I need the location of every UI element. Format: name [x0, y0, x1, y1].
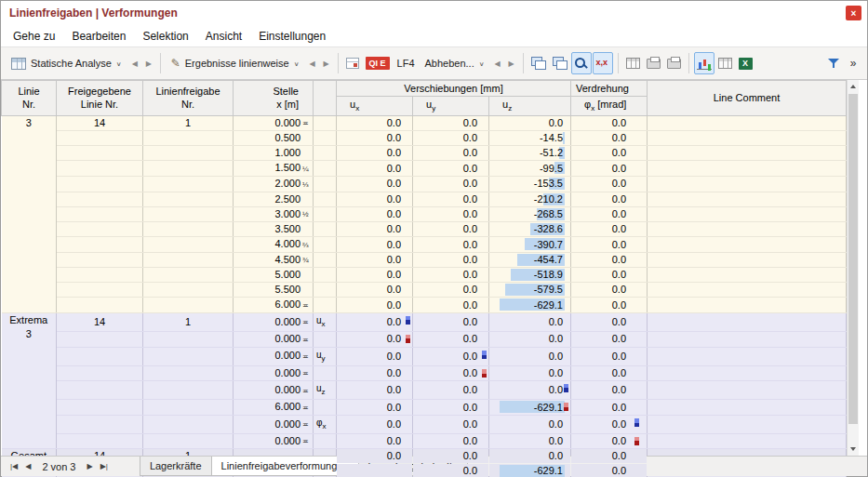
nav-last-button[interactable]: ▶|: [97, 462, 112, 470]
cell-line-comment[interactable]: [648, 252, 847, 268]
cell-ux[interactable]: 0.0: [337, 415, 413, 433]
cell-linienfreigabe[interactable]: [143, 237, 234, 253]
cell-ux[interactable]: 0.0: [337, 433, 413, 449]
cell-freigegebene-linie[interactable]: [57, 161, 143, 177]
cell-uy[interactable]: 0.0: [413, 237, 489, 253]
cell-uy[interactable]: 0.0: [413, 222, 489, 237]
menu-item-bearbeiten[interactable]: Bearbeiten: [63, 28, 134, 45]
cell-freigegebene-linie[interactable]: [57, 237, 143, 253]
cell-line-comment[interactable]: [648, 161, 847, 177]
cell-uy[interactable]: 0.0: [413, 115, 489, 131]
cell-stelle-x[interactable]: 0.000≖: [234, 347, 314, 365]
toolbar-overflow-button[interactable]: »: [844, 52, 862, 74]
cell-freigegebene-linie[interactable]: [57, 298, 143, 313]
results-next-button[interactable]: ▶: [320, 52, 333, 74]
cell-linienfreigabe[interactable]: [143, 177, 234, 192]
cell-uz[interactable]: -579.5: [489, 283, 571, 298]
menu-item-einstellungen[interactable]: Einstellungen: [250, 28, 334, 45]
loadcase-dropdown[interactable]: Abheben... ∨: [420, 55, 490, 72]
cell-stelle-x[interactable]: 4.500¾: [234, 252, 314, 268]
grid-view-button[interactable]: [715, 52, 735, 74]
cell-phix[interactable]: 0.0: [571, 433, 648, 449]
loadcase-next-button[interactable]: ▶: [505, 52, 518, 74]
cell-phix[interactable]: 0.0: [571, 400, 648, 416]
cell-stelle-x[interactable]: 0.000≖: [234, 365, 314, 381]
cell-stelle-x[interactable]: 5.000: [234, 268, 314, 283]
cell-freigegebene-linie[interactable]: [57, 365, 143, 381]
cell-line-comment[interactable]: [648, 268, 847, 283]
results-mode-dropdown[interactable]: ✎ Ergebnisse linienweise ∨: [166, 54, 305, 73]
cell-uz[interactable]: 0.0: [489, 381, 571, 400]
nav-prev-button[interactable]: ◀: [21, 462, 34, 470]
cell-ux[interactable]: 0.0: [337, 400, 413, 416]
cell-linienfreigabe[interactable]: [143, 146, 234, 161]
cell-line-comment[interactable]: [648, 332, 847, 348]
cell-linienfreigabe[interactable]: [143, 381, 234, 400]
group-label-cell[interactable]: 3: [2, 115, 57, 312]
cell-uz[interactable]: 0.0: [489, 347, 571, 365]
cell-stelle-x[interactable]: 6.000≖: [234, 298, 314, 313]
cell-line-comment[interactable]: [648, 146, 847, 161]
cell-line-comment[interactable]: [648, 381, 847, 400]
cell-phix[interactable]: 0.0: [571, 222, 648, 237]
cell-uz[interactable]: -268.5: [489, 206, 571, 222]
cell-uy[interactable]: 0.0: [413, 192, 489, 206]
cell-uz[interactable]: 0.0: [489, 115, 571, 131]
cell-uy[interactable]: 0.0: [413, 252, 489, 268]
cell-phix[interactable]: 0.0: [571, 177, 648, 192]
cell-linienfreigabe[interactable]: [143, 332, 234, 348]
cell-phix[interactable]: 0.0: [571, 449, 648, 464]
menu-item-gehe-zu[interactable]: Gehe zu: [5, 28, 63, 45]
cell-phix[interactable]: 0.0: [571, 332, 648, 348]
cell-freigegebene-linie[interactable]: [57, 433, 143, 449]
cell-ux[interactable]: [337, 464, 413, 477]
cell-freigegebene-linie[interactable]: [57, 283, 143, 298]
scroll-down-button[interactable]: [848, 443, 859, 456]
cell-uy[interactable]: 0.0: [413, 298, 489, 313]
cell-linienfreigabe[interactable]: 1: [143, 115, 234, 131]
cell-linienfreigabe[interactable]: [143, 400, 234, 416]
cell-uy[interactable]: 0.0: [413, 400, 489, 416]
cell-uz[interactable]: -153.5: [489, 177, 571, 192]
cell-freigegebene-linie[interactable]: [57, 347, 143, 365]
cell-uy[interactable]: 0.0: [413, 449, 489, 464]
cell-ux[interactable]: 0.0: [337, 146, 413, 161]
cell-phix[interactable]: 0.0: [571, 298, 648, 313]
cell-ux[interactable]: 0.0: [337, 161, 413, 177]
cell-uy[interactable]: 0.0: [413, 332, 489, 348]
cell-uy[interactable]: 0.0: [413, 206, 489, 222]
cell-stelle-x[interactable]: 0.000≖: [234, 332, 314, 348]
cell-linienfreigabe[interactable]: [143, 298, 234, 313]
cell-uy[interactable]: 0.0: [413, 131, 489, 146]
cell-line-comment[interactable]: [648, 433, 847, 449]
cell-line-comment[interactable]: [648, 206, 847, 222]
cell-stelle-x[interactable]: 0.000≖: [234, 415, 314, 433]
relation-diagram-button[interactable]: [550, 52, 570, 74]
cell-phix[interactable]: 0.0: [571, 161, 648, 177]
analysis-next-button[interactable]: ▶: [142, 52, 155, 74]
cell-uz[interactable]: 0.0: [489, 449, 571, 464]
cell-stelle-x[interactable]: 2.000⅓: [234, 177, 314, 192]
cell-freigegebene-linie[interactable]: [57, 146, 143, 161]
cell-stelle-x[interactable]: 0.000≖: [234, 433, 314, 449]
cell-uy[interactable]: 0.0: [413, 161, 489, 177]
cell-ux[interactable]: 0.0: [337, 177, 413, 192]
cell-uz[interactable]: -518.9: [489, 268, 571, 283]
cell-uz[interactable]: 0.0: [489, 433, 571, 449]
cell-stelle-x[interactable]: 0.000≖: [234, 313, 314, 332]
cell-freigegebene-linie[interactable]: [57, 192, 143, 206]
cell-line-comment[interactable]: [648, 298, 847, 313]
cell-linienfreigabe[interactable]: 1: [143, 313, 234, 332]
cell-line-comment[interactable]: [648, 415, 847, 433]
cell-stelle-x[interactable]: 1.000: [234, 146, 314, 161]
nav-next-button[interactable]: ▶: [83, 462, 96, 470]
cell-phix[interactable]: 0.0: [571, 146, 648, 161]
cell-linienfreigabe[interactable]: [143, 222, 234, 237]
cell-uz[interactable]: 0.0: [489, 365, 571, 381]
cell-uy[interactable]: 0.0: [413, 433, 489, 449]
cell-uz[interactable]: -51.2: [489, 146, 571, 161]
nav-first-button[interactable]: |◀: [7, 462, 21, 470]
cell-ux[interactable]: 0.0: [337, 381, 413, 400]
cell-line-comment[interactable]: [648, 283, 847, 298]
show-results-button[interactable]: [571, 52, 592, 74]
